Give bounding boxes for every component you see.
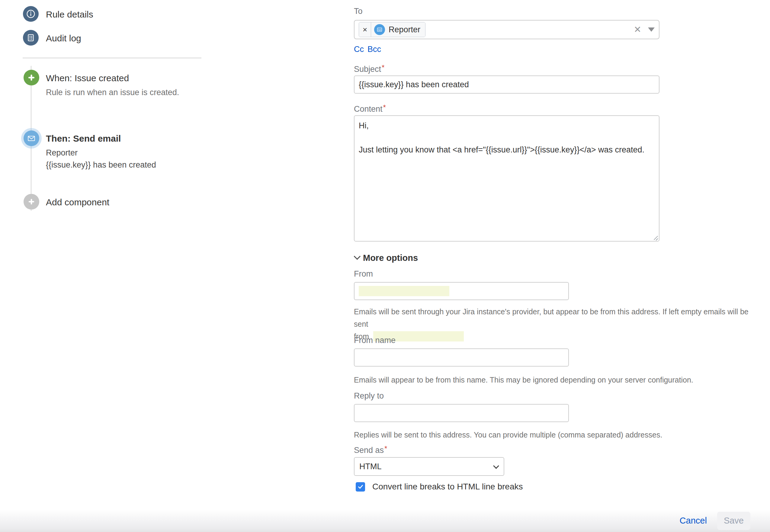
audit-log-icon — [23, 30, 39, 46]
to-label: To — [354, 7, 363, 16]
automation-rule-editor: Rule details Audit log — [0, 0, 770, 532]
clear-icon[interactable]: ✕ — [634, 25, 641, 34]
required-marker: * — [382, 63, 384, 72]
cancel-button[interactable]: Cancel — [680, 516, 707, 526]
send-as-select[interactable]: HTML — [354, 457, 504, 476]
envelope-icon — [24, 130, 39, 146]
plus-icon — [24, 70, 39, 85]
subject-label: Subject* — [354, 63, 384, 74]
reply-to-helper-text: Replies will be sent to this address. Yo… — [354, 429, 765, 441]
reply-to-input[interactable] — [354, 404, 569, 422]
from-helper-text: Emails will be sent through your Jira in… — [354, 306, 765, 343]
trigger-subtitle: Rule is run when an issue is created. — [46, 88, 179, 97]
chevron-down-icon — [354, 253, 361, 260]
send-as-label: Send as* — [354, 444, 387, 455]
sidebar-item-label: Rule details — [46, 9, 93, 20]
content-label: Content* — [354, 103, 386, 114]
sidebar-item-label: Audit log — [46, 33, 81, 43]
info-icon — [23, 6, 39, 22]
resize-handle-icon[interactable] — [653, 235, 659, 241]
content-textarea[interactable]: Hi, Just letting you know that <a href="… — [354, 115, 659, 242]
action-summary-recipient: Reporter — [46, 148, 78, 158]
chip-remove-button[interactable]: × — [359, 22, 371, 37]
required-marker: * — [384, 444, 387, 453]
redacted-from-address — [359, 286, 449, 296]
chevron-down-icon[interactable] — [648, 27, 655, 32]
from-name-input[interactable] — [354, 348, 569, 367]
subject-input[interactable] — [354, 75, 659, 94]
action-title: Then: Send email — [46, 133, 121, 144]
cc-link[interactable]: Cc — [354, 45, 364, 54]
from-name-helper-text: Emails will appear to be from this name.… — [354, 374, 765, 386]
send-as-select-wrap: HTML — [354, 457, 504, 476]
chip-label: Reporter — [389, 25, 420, 34]
trigger-title: When: Issue created — [46, 73, 129, 83]
bcc-link[interactable]: Bcc — [367, 45, 381, 54]
convert-line-breaks-row: Convert line breaks to HTML line breaks — [356, 482, 523, 492]
from-label: From — [354, 269, 373, 279]
required-marker: * — [383, 103, 386, 111]
more-options-toggle[interactable]: More options — [354, 253, 418, 263]
from-input[interactable] — [354, 282, 569, 300]
action-summary-subject: {{issue.key}} has been created — [46, 160, 156, 170]
save-button[interactable]: Save — [717, 512, 750, 530]
chip-body[interactable]: Reporter — [371, 22, 425, 37]
form-footer: Cancel Save — [0, 509, 770, 532]
plus-icon — [24, 194, 39, 210]
from-name-label: From name — [354, 336, 396, 345]
convert-line-breaks-label: Convert line breaks to HTML line breaks — [372, 482, 523, 492]
more-options-label: More options — [363, 253, 418, 263]
reply-to-label: Reply to — [354, 391, 384, 401]
add-component-label: Add component — [46, 197, 109, 207]
sidebar-divider — [23, 58, 201, 58]
convert-line-breaks-checkbox[interactable] — [356, 482, 365, 492]
recipient-chip: × Reporter — [359, 22, 425, 37]
smart-value-avatar-icon — [374, 24, 385, 35]
to-select[interactable]: × Reporter ✕ — [354, 20, 659, 39]
